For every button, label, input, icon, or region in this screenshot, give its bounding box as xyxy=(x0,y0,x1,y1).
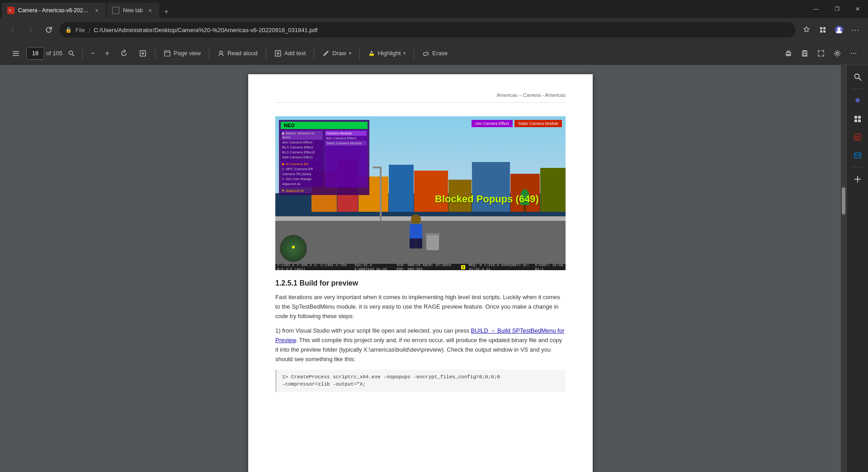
game-menu-columns: ▶ Attach Vehicles to Actor Aim Camera Ef… xyxy=(281,130,368,187)
game-menu-col2: Camera Module Aim Camera Effect Static C… xyxy=(325,130,368,187)
fit-page-button[interactable] xyxy=(134,46,151,61)
new-tab-button[interactable]: + xyxy=(160,5,173,18)
pdf-toolbar: of 105 − + Page view Read aloud Add text… xyxy=(0,42,868,65)
sidebar-toggle-button[interactable] xyxy=(7,46,24,61)
svg-rect-30 xyxy=(858,116,861,119)
menu-sub-4: Adjacent AI xyxy=(282,181,323,186)
sidebar-search-button[interactable] xyxy=(849,69,866,85)
svg-rect-29 xyxy=(854,116,857,119)
menu-item-3: BLS Camera Effect xyxy=(282,145,323,150)
highlight-button[interactable]: Highlight ▾ xyxy=(363,46,410,61)
pdf-tab-label: Camera - Americas-v6-20220918... xyxy=(18,7,90,14)
address-url: C:/Users/Administrator/Desktop/Camera%20… xyxy=(94,27,790,33)
rotate-button[interactable] xyxy=(115,46,132,61)
new-tab-label: New tab xyxy=(123,7,143,14)
menu-section-2: ▶ AI Camera Eff ▷ NPC Camera Eff Camera … xyxy=(282,162,323,186)
minimap xyxy=(280,235,307,262)
sidebar-extensions-button[interactable] xyxy=(849,111,866,127)
status-req: REQ: 0 >:218.0 DePAIN077 dv: 41:22.4 1x xyxy=(469,263,531,270)
forward-button[interactable] xyxy=(24,23,38,37)
main-content: Americas – Camera - Americas xyxy=(0,65,868,472)
pdf-tab[interactable]: P Camera - Americas-v6-20220918... ✕ xyxy=(2,3,106,18)
pdf-viewer[interactable]: Americas – Camera - Americas xyxy=(0,65,841,472)
pdf-settings-button[interactable] xyxy=(830,46,844,61)
game-status-bar: X:1392.5 Y:306.4 Z: C:1361 k:750 B:5.3:5… xyxy=(275,264,566,270)
address-protocol: File xyxy=(75,27,85,33)
building-5 xyxy=(414,171,448,211)
address-bar[interactable]: 🔒 File | C:/Users/Administrator/Desktop/… xyxy=(60,22,796,38)
page-view-button[interactable]: Page view xyxy=(159,46,205,61)
svg-rect-23 xyxy=(787,54,790,55)
erase-button[interactable]: Erase xyxy=(418,46,452,61)
pdf-tab-favicon: P xyxy=(7,7,14,14)
pdf-search-button[interactable] xyxy=(64,46,79,61)
sidebar-add-button[interactable] xyxy=(849,171,866,187)
pdf-tab-close-btn[interactable]: ✕ xyxy=(93,7,100,14)
paragraph-1: Fast iterations are very important when … xyxy=(275,293,566,321)
zoom-in-button[interactable]: + xyxy=(101,47,113,60)
toolbar-sep-4 xyxy=(266,47,266,60)
status-scr: SCR: 000/20 ANIM: 07:2019 POP: 099:303 xyxy=(396,263,458,270)
svg-point-11 xyxy=(69,51,73,54)
save-button[interactable] xyxy=(797,46,812,61)
popup-item-2: Static Camera Module xyxy=(514,120,562,127)
svg-rect-5 xyxy=(823,30,826,33)
zoom-out-button[interactable]: − xyxy=(86,47,99,60)
sidebar-outlook-button[interactable] xyxy=(849,147,866,163)
svg-point-27 xyxy=(854,74,859,79)
read-aloud-button[interactable]: Read aloud xyxy=(213,46,262,61)
print-button[interactable] xyxy=(781,46,796,61)
build-link[interactable]: BUILD → Build SPTestBedMenu for Preview xyxy=(275,327,564,343)
right-sidebar: O xyxy=(846,65,868,472)
menu-sub-1: ▷ NPC Camera Eff xyxy=(282,167,323,172)
new-tab-favicon xyxy=(112,7,119,14)
new-tab-close-btn[interactable]: ✕ xyxy=(146,7,154,14)
page-number-input[interactable] xyxy=(26,47,44,60)
add-text-button[interactable]: Add text xyxy=(270,46,311,61)
new-tab-tab[interactable]: New tab ✕ xyxy=(107,3,159,18)
nav-actions: ··· xyxy=(799,23,863,37)
svg-line-12 xyxy=(72,54,75,56)
minimize-button[interactable]: — xyxy=(806,0,826,18)
code-line-2: -compressor=zlib -output="X; xyxy=(282,381,560,388)
profile-button[interactable] xyxy=(832,23,846,37)
svg-rect-10 xyxy=(13,55,19,56)
step-1-text: 1) from Visual Studio with your script f… xyxy=(275,326,566,364)
more-button[interactable]: ··· xyxy=(848,23,863,37)
sidebar-office-button[interactable]: O xyxy=(849,129,866,145)
page-view-label: Page view xyxy=(174,50,201,57)
extensions-button[interactable] xyxy=(816,23,830,37)
menu-sub-2: Camera Tilt (slow) xyxy=(282,172,323,176)
maximize-button[interactable]: ❐ xyxy=(826,0,847,18)
scrollbar-thumb[interactable] xyxy=(842,187,845,215)
toolbar-sep-7 xyxy=(414,47,414,60)
svg-rect-9 xyxy=(13,53,19,54)
refresh-button[interactable] xyxy=(42,23,56,37)
scrollbar[interactable] xyxy=(841,65,846,472)
add-text-label: Add text xyxy=(284,50,306,57)
close-button[interactable]: ✕ xyxy=(847,0,868,18)
pdf-page: Americas – Camera - Americas xyxy=(248,74,593,472)
menu-item-5: AIM Camera Effect xyxy=(282,155,323,160)
game-popup-area: Aim Camera Effect Static Camera Module xyxy=(472,120,562,127)
menu-item-1: ▶ Attach Vehicles to Actor xyxy=(282,131,323,140)
back-button[interactable] xyxy=(5,23,20,37)
window-controls: — ❐ ✕ xyxy=(806,0,868,18)
menu-col2-item-1: Camera Module xyxy=(326,131,367,136)
toolbar-sep-3 xyxy=(209,47,209,60)
expand-button[interactable] xyxy=(814,46,828,61)
section-title: 1.2.5.1 Build for preview xyxy=(275,279,566,287)
header-text: Americas – Camera - Americas xyxy=(497,92,566,98)
draw-dropdown-icon: ▾ xyxy=(349,51,351,56)
trash-can xyxy=(426,233,439,250)
svg-rect-8 xyxy=(13,51,19,52)
more-tools-button[interactable]: ··· xyxy=(846,46,861,61)
status-fps: Fps:32.4 F:0007119 dv:33 xyxy=(354,263,393,270)
menu-item-4: BLS Camera Effect2 xyxy=(282,150,323,155)
menu-item-2: Aim Camera Effect xyxy=(282,140,323,145)
svg-line-28 xyxy=(859,78,861,81)
address-separator: | xyxy=(89,27,90,33)
draw-button[interactable]: Draw ▾ xyxy=(318,46,355,61)
favorites-button[interactable] xyxy=(799,23,814,37)
sidebar-copilot-button[interactable] xyxy=(849,93,866,109)
